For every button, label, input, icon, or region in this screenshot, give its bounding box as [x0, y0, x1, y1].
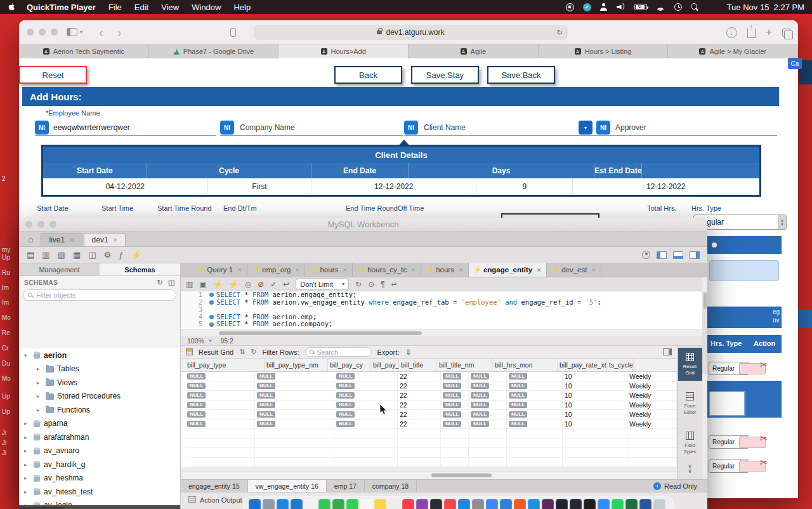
row-limit-select[interactable]: Don't Limit [296, 279, 349, 289]
stop-icon[interactable] [258, 281, 264, 288]
form-action-button[interactable]: Save:Stay [411, 66, 479, 84]
menu-item[interactable]: Edit [134, 3, 148, 12]
schema-tree-item[interactable]: Functions [19, 403, 180, 417]
form-action-button[interactable]: Reset [19, 66, 87, 84]
menu-item[interactable]: View [161, 3, 179, 12]
execute-current-icon[interactable] [229, 281, 239, 288]
new-script-icon[interactable] [27, 251, 34, 259]
notes[interactable] [374, 499, 386, 509]
spotlight-search-icon[interactable] [691, 3, 698, 11]
github[interactable] [570, 499, 582, 509]
url-field[interactable]: dev1.atguru.work [254, 25, 568, 40]
postman[interactable] [514, 499, 526, 509]
clock-icon[interactable] [674, 3, 682, 11]
grid-search-box[interactable] [305, 347, 372, 357]
sidebar-icon[interactable] [67, 28, 77, 36]
settings[interactable] [472, 499, 484, 509]
schema-tree-item[interactable]: av_login [19, 499, 180, 506]
extension-icon[interactable] [230, 28, 236, 37]
chevron-down-icon[interactable] [80, 29, 82, 35]
calendar[interactable] [360, 499, 372, 509]
create-schema-icon[interactable] [58, 251, 65, 259]
query-tab[interactable]: hours_cy_tc [353, 263, 421, 277]
forward-button[interactable] [117, 26, 122, 39]
grid-column-header[interactable]: ts_cycle [607, 359, 634, 371]
grid-column-header[interactable]: bill_pay_rate_xtra [558, 359, 607, 371]
query-tab[interactable]: hours [421, 263, 469, 277]
approver-field[interactable] [579, 121, 777, 136]
grid-horizontal-scrollbar[interactable] [181, 472, 677, 479]
explain-icon[interactable] [245, 281, 251, 288]
expand-arrow-icon[interactable] [24, 489, 30, 495]
expand-arrow-icon[interactable] [37, 407, 43, 413]
sql-editor[interactable]: 1SELECT * FROM aerion.engage_entity;2SEL… [181, 291, 702, 329]
expand-arrow-icon[interactable] [24, 447, 30, 454]
battery-charging-icon[interactable] [634, 4, 647, 10]
podcasts[interactable] [416, 499, 428, 509]
share-icon[interactable] [747, 29, 756, 38]
slack[interactable] [542, 499, 554, 509]
create-table-icon[interactable] [73, 251, 81, 259]
form-action-button[interactable]: Save:Back [487, 66, 555, 84]
filter-objects-input[interactable] [36, 291, 171, 299]
browser-tab[interactable]: A Aerion Tech Saymentic [19, 44, 149, 58]
expand-arrow-icon[interactable] [24, 352, 30, 359]
expand-arrow-icon[interactable] [24, 420, 30, 426]
menu-bar-clock[interactable]: Tue Nov 15 2:27 PM [727, 3, 804, 12]
result-set-tab[interactable]: emp 17 [327, 480, 365, 492]
reminders[interactable] [388, 499, 400, 509]
wifi-icon[interactable] [656, 4, 665, 11]
grid-search-input[interactable] [317, 348, 367, 356]
query-tab[interactable]: dev_est [547, 263, 601, 277]
hrs-type-select[interactable]: Regular [693, 215, 787, 230]
result-set-tab[interactable]: company 18 [365, 480, 417, 492]
delete-row-scissors-icon[interactable] [760, 359, 768, 371]
news[interactable] [444, 499, 456, 509]
filter-input-box[interactable] [23, 289, 176, 301]
schema-tree-item[interactable]: av_hardik_g [19, 458, 180, 472]
sort-icon[interactable] [239, 348, 245, 356]
wrap-text-icon[interactable] [391, 281, 398, 288]
select-stepper-icon[interactable] [778, 215, 786, 229]
grid-column-header[interactable]: bill_title_nm [437, 359, 493, 371]
mail[interactable] [291, 499, 303, 509]
open-file-icon[interactable] [186, 281, 193, 288]
connection-tab[interactable]: live1 [41, 233, 82, 246]
refresh-grid-icon[interactable] [251, 348, 256, 356]
schema-tree-item[interactable]: Tables [19, 362, 180, 376]
chrome[interactable] [486, 499, 498, 509]
downloads-icon[interactable] [726, 27, 737, 38]
expand-arrow-icon[interactable] [37, 380, 43, 386]
create-procedure-icon[interactable] [103, 251, 111, 259]
new-query-icon[interactable] [131, 251, 141, 259]
excel[interactable] [625, 499, 638, 509]
chat-button-fragment[interactable]: Ca [788, 58, 802, 69]
launchpad[interactable] [263, 499, 275, 509]
save-icon[interactable] [199, 281, 206, 288]
export-icon[interactable] [405, 348, 411, 356]
home-icon[interactable] [28, 234, 33, 244]
toggle-bottom-panel-icon[interactable] [673, 251, 683, 259]
selected-row-editor-fragment[interactable] [709, 391, 745, 416]
reload-icon[interactable] [557, 29, 563, 37]
grid-column-header[interactable]: bill_title [399, 359, 437, 371]
form-action-button[interactable]: Back [334, 66, 402, 84]
tab-schemas[interactable]: Schemas [100, 263, 180, 275]
window-controls[interactable] [27, 29, 58, 36]
tv[interactable] [430, 499, 442, 509]
query-tab[interactable]: engage_entity [469, 263, 547, 277]
facetime[interactable] [346, 499, 358, 509]
active-app-name[interactable]: QuickTime Player [27, 3, 96, 12]
trash[interactable] [653, 499, 665, 509]
editor-vertical-scrollbar[interactable] [702, 291, 707, 374]
expand-arrow-icon[interactable] [24, 434, 30, 440]
open-script-icon[interactable] [42, 251, 49, 259]
figma[interactable] [584, 499, 596, 509]
chevron-down-icon[interactable] [688, 465, 692, 473]
expand-arrow-icon[interactable] [24, 461, 30, 468]
commit-icon[interactable] [270, 281, 277, 288]
editor-horizontal-scrollbar[interactable] [181, 329, 702, 336]
schema-tree-item[interactable]: av_heshma [19, 472, 180, 486]
toggle-left-panel-icon[interactable] [657, 251, 667, 259]
apple-menu-icon[interactable] [8, 3, 15, 11]
